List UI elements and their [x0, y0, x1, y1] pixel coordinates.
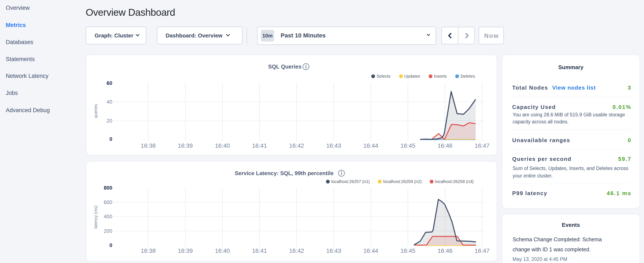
- svg-text:16:39: 16:39: [178, 142, 193, 149]
- svg-text:60: 60: [106, 80, 112, 86]
- svg-text:20: 20: [106, 118, 112, 124]
- svg-text:16:44: 16:44: [363, 142, 378, 149]
- svg-text:16:41: 16:41: [252, 142, 267, 149]
- svg-text:16:45: 16:45: [400, 142, 415, 149]
- svg-text:800: 800: [104, 185, 112, 191]
- svg-text:16:42: 16:42: [289, 142, 304, 149]
- svg-text:16:43: 16:43: [326, 142, 341, 149]
- svg-text:16:41: 16:41: [252, 247, 267, 254]
- svg-text:0: 0: [110, 242, 112, 248]
- svg-text:40: 40: [106, 99, 112, 105]
- svg-text:16:45: 16:45: [400, 247, 415, 254]
- svg-text:0: 0: [110, 136, 112, 142]
- svg-text:200: 200: [104, 228, 112, 234]
- svg-text:400: 400: [104, 214, 112, 219]
- svg-text:16:40: 16:40: [215, 247, 230, 254]
- svg-text:16:42: 16:42: [289, 247, 304, 254]
- svg-text:16:40: 16:40: [215, 142, 230, 149]
- svg-text:16:46: 16:46: [438, 247, 452, 254]
- svg-text:16:44: 16:44: [363, 247, 378, 254]
- svg-text:16:43: 16:43: [326, 247, 341, 254]
- svg-text:16:47: 16:47: [474, 247, 490, 254]
- svg-text:16:38: 16:38: [141, 247, 156, 254]
- svg-text:600: 600: [104, 199, 112, 205]
- svg-text:16:46: 16:46: [438, 142, 452, 149]
- svg-text:latency (ms): latency (ms): [93, 205, 98, 229]
- svg-text:16:38: 16:38: [141, 142, 156, 149]
- svg-text:16:39: 16:39: [178, 247, 193, 254]
- svg-text:16:47: 16:47: [474, 142, 490, 149]
- svg-text:queries: queries: [93, 104, 98, 118]
